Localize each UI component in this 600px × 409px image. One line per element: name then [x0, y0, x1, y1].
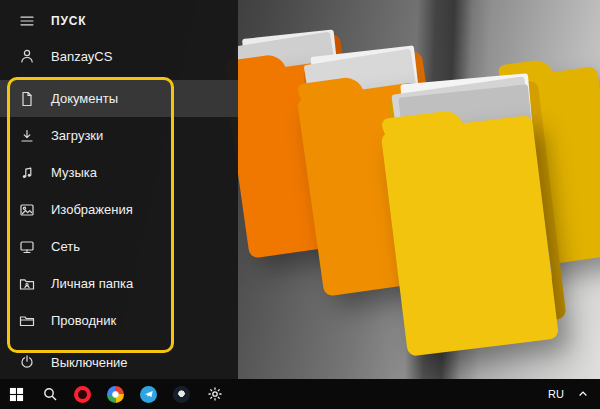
start-menu-item-music[interactable]: Музыка — [0, 154, 238, 191]
gear-icon — [207, 386, 223, 402]
desktop-screen: ПУСК BanzayCS Документы Загрузки Музыка … — [0, 0, 600, 409]
start-menu-item-personal-folder[interactable]: Личная папка — [0, 265, 238, 302]
user-icon — [19, 48, 35, 64]
system-tray: RU — [548, 388, 600, 400]
start-menu-item-pictures[interactable]: Изображения — [0, 191, 238, 228]
network-icon — [19, 239, 35, 255]
opera-icon — [74, 386, 91, 403]
taskbar-app-settings[interactable] — [198, 379, 231, 409]
download-icon — [19, 128, 35, 144]
taskbar-app-browser[interactable] — [99, 379, 132, 409]
start-button[interactable] — [0, 379, 33, 409]
taskbar-app-telegram[interactable] — [132, 379, 165, 409]
item-label: Личная папка — [51, 276, 133, 291]
hamburger-icon[interactable] — [19, 13, 35, 29]
start-menu-item-network[interactable]: Сеть — [0, 228, 238, 265]
document-icon — [19, 91, 35, 107]
start-menu-header: ПУСК — [0, 0, 238, 38]
item-label: Проводник — [51, 313, 116, 328]
telegram-icon — [140, 386, 157, 403]
personal-folder-icon — [19, 276, 35, 292]
search-icon — [42, 386, 58, 402]
windows-logo-icon — [9, 387, 24, 402]
music-icon — [19, 165, 35, 181]
taskbar-app-opera[interactable] — [66, 379, 99, 409]
item-label: Музыка — [51, 165, 97, 180]
item-label: Изображения — [51, 202, 133, 217]
image-icon — [19, 202, 35, 218]
power-icon — [19, 354, 35, 370]
taskbar: RU — [0, 379, 600, 409]
steam-icon — [173, 386, 190, 403]
user-account-item[interactable]: BanzayCS — [0, 38, 238, 74]
taskbar-app-steam[interactable] — [165, 379, 198, 409]
start-menu-item-explorer[interactable]: Проводник — [0, 302, 238, 339]
item-label: Сеть — [51, 239, 80, 254]
folder-stack-yellow — [369, 77, 592, 378]
start-menu-item-documents[interactable]: Документы — [0, 80, 238, 117]
chevron-up-icon[interactable] — [577, 388, 589, 400]
explorer-icon — [19, 313, 35, 329]
start-menu-panel: ПУСК BanzayCS Документы Загрузки Музыка … — [0, 0, 238, 379]
user-name: BanzayCS — [51, 49, 112, 64]
item-label: Документы — [51, 91, 118, 106]
start-menu-item-power[interactable]: Выключение — [0, 345, 238, 379]
item-label: Загрузки — [51, 128, 103, 143]
search-button[interactable] — [33, 379, 66, 409]
item-label: Выключение — [51, 355, 128, 370]
language-indicator[interactable]: RU — [548, 388, 564, 400]
start-menu-item-downloads[interactable]: Загрузки — [0, 117, 238, 154]
start-menu-title: ПУСК — [51, 14, 86, 28]
folder-front — [381, 115, 559, 357]
browser-icon — [107, 386, 124, 403]
